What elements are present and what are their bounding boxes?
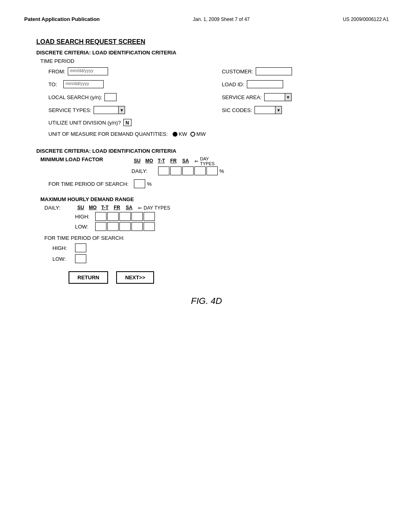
max-day-headers: SU MO T-T FR SA <box>75 205 135 210</box>
local-search-row: LOCAL SEARCH (y/n): <box>48 93 206 101</box>
max-daily-right: SU MO T-T FR SA ⇐ DAY TYPES HIGH <box>75 205 170 231</box>
customer-input[interactable] <box>256 67 292 75</box>
service-types-arrow[interactable]: ▼ <box>118 106 125 114</box>
from-row: FROM: mm/dd/yyyy <box>48 67 206 75</box>
max-high-label: HIGH: <box>75 214 91 220</box>
sic-codes-label: SIC CODES: <box>222 107 252 113</box>
max-hourly-daily-row: DAILY: SU MO T-T FR SA ⇐ DAY TYP <box>44 205 377 231</box>
form-columns: FROM: mm/dd/yyyy TO: mm/dd/yyyy LOCAL SE… <box>48 67 377 139</box>
max-low-box-su[interactable] <box>95 222 106 231</box>
max-hourly-daily-group: DAILY: SU MO T-T FR SA ⇐ DAY TYP <box>44 205 377 231</box>
max-low-box-tt[interactable] <box>119 222 131 231</box>
daily-row: DAILY: % <box>131 166 224 175</box>
customer-row: CUSTOMER: <box>222 67 292 75</box>
day-header-su: SU <box>131 158 143 164</box>
max-low-box-sa[interactable] <box>144 222 155 231</box>
date-sheet-label: Jan. 1, 2009 Sheet 7 of 47 <box>193 17 250 22</box>
service-area-arrow[interactable]: ▼ <box>285 94 291 101</box>
page-content: LOAD SEARCH REQUEST SCREEN DISCRETE CRIT… <box>24 38 389 306</box>
max-day-fr: FR <box>111 205 123 210</box>
max-low-box-mo[interactable] <box>107 222 119 231</box>
max-for-low-label: LOW: <box>52 256 73 262</box>
left-column: FROM: mm/dd/yyyy TO: mm/dd/yyyy LOCAL SE… <box>48 67 206 139</box>
utilize-value[interactable]: N <box>123 119 131 126</box>
day-header-sa: SA <box>180 158 191 164</box>
max-for-low-row: LOW: <box>52 254 377 263</box>
max-low-boxes <box>95 222 155 231</box>
day-headers-row: SU MO T-T FR SA ⇐ DAYTYPES <box>131 156 224 166</box>
max-high-box-fr[interactable] <box>131 212 143 221</box>
for-time-percent: % <box>147 181 152 187</box>
daily-box-su[interactable] <box>158 166 169 175</box>
publication-label: Patent Application Publication <box>24 16 100 22</box>
fig-caption: FIG. 4D <box>36 296 377 306</box>
kw-radio-filled <box>173 132 177 137</box>
service-types-row: SERVICE TYPES: ▼ <box>48 106 206 114</box>
max-for-high-row: HIGH: <box>52 243 377 252</box>
max-high-box-su[interactable] <box>95 212 106 221</box>
max-high-box-sa[interactable] <box>144 212 155 221</box>
sic-codes-input[interactable]: ▼ <box>254 106 282 114</box>
max-hourly-label: MAXIMUM HOURLY DEMAND RANGE <box>40 196 377 202</box>
max-high-box-tt[interactable] <box>119 212 131 221</box>
max-for-time-label: FOR TIME PERIOD OF SEARCH: <box>44 235 377 241</box>
to-row: TO: mm/dd/yyyy <box>48 80 206 88</box>
day-header-mo: MO <box>144 158 155 164</box>
section2-label: DISCRETE CRITERIA: LOAD IDENTIFICATION C… <box>36 148 377 154</box>
min-load-section: MINIMUM LOAD FACTOR SU MO T-T FR SA ⇐ DA… <box>36 156 377 188</box>
max-high-box-mo[interactable] <box>107 212 119 221</box>
max-for-high-input[interactable] <box>75 243 86 252</box>
daily-box-fr[interactable] <box>194 166 206 175</box>
max-low-box-fr[interactable] <box>131 222 143 231</box>
load-id-label: LOAD ID: <box>222 81 244 87</box>
max-daily-label: DAILY: <box>44 205 73 211</box>
customer-label: CUSTOMER: <box>222 69 253 75</box>
mw-radio-empty <box>190 132 195 137</box>
local-search-label: LOCAL SEARCH (y/n): <box>48 94 102 100</box>
service-area-input[interactable]: ▼ <box>264 93 292 101</box>
min-load-header-row: MINIMUM LOAD FACTOR SU MO T-T FR SA ⇐ DA… <box>40 156 377 177</box>
service-types-text <box>94 106 118 114</box>
mw-option[interactable]: MW <box>190 131 206 137</box>
daily-box-tt[interactable] <box>182 166 194 175</box>
load-id-input[interactable] <box>247 80 283 88</box>
to-input[interactable]: mm/dd/yyyy <box>63 80 104 88</box>
to-label: TO: <box>48 81 57 87</box>
service-area-label: SERVICE AREA: <box>222 94 262 100</box>
local-search-input[interactable] <box>104 93 117 101</box>
min-load-label: MINIMUM LOAD FACTOR <box>40 156 121 162</box>
kw-option[interactable]: KW <box>173 131 187 137</box>
max-arrow-symbol: ⇐ <box>138 205 142 211</box>
screen-title: LOAD SEARCH REQUEST SCREEN <box>36 38 377 46</box>
max-high-row: HIGH: <box>75 212 170 221</box>
from-input[interactable]: mm/dd/yyyy <box>68 67 108 75</box>
service-types-input[interactable]: ▼ <box>94 106 125 114</box>
daily-box-mo[interactable] <box>170 166 181 175</box>
utilize-label: UTILIZE UNIT DIVISION (y/n)? <box>48 120 121 126</box>
next-button[interactable]: NEXT>> <box>116 271 154 284</box>
max-day-sa: SA <box>123 205 135 210</box>
max-day-su: SU <box>75 205 86 210</box>
day-types-group: SU MO T-T FR SA ⇐ DAYTYPES DAILY: <box>131 156 224 177</box>
day-header-fr: FR <box>168 158 179 164</box>
daily-box-sa[interactable] <box>206 166 218 175</box>
time-period-label: TIME PERIOD <box>40 58 377 64</box>
max-for-time-section: FOR TIME PERIOD OF SEARCH: HIGH: LOW: <box>44 235 377 263</box>
max-hourly-section: MAXIMUM HOURLY DEMAND RANGE DAILY: SU MO… <box>36 196 377 263</box>
service-types-label: SERVICE TYPES: <box>48 107 91 113</box>
day-types-arrow-label: ⇐ DAYTYPES <box>194 156 215 166</box>
load-id-row: LOAD ID: <box>222 80 292 88</box>
return-button[interactable]: RETURN <box>69 271 108 284</box>
unit-measure-radio: KW MW <box>173 131 206 137</box>
day-headers: SU MO T-T FR SA <box>131 158 191 164</box>
document-header: Patent Application Publication Jan. 1, 2… <box>24 16 389 22</box>
max-for-low-input[interactable] <box>75 254 86 263</box>
service-area-text <box>265 94 285 101</box>
unit-measure-label: UNIT OF MEASURE FOR DEMAND QUANTITIES: <box>48 131 168 137</box>
for-time-input[interactable] <box>134 179 145 188</box>
max-day-types-label: ⇐ DAY TYPES <box>138 205 170 211</box>
service-area-row: SERVICE AREA: ▼ <box>222 93 292 101</box>
daily-label: DAILY: <box>131 168 156 174</box>
sic-codes-row: SIC CODES: ▼ <box>222 106 292 114</box>
sic-codes-arrow[interactable]: ▼ <box>275 106 282 114</box>
